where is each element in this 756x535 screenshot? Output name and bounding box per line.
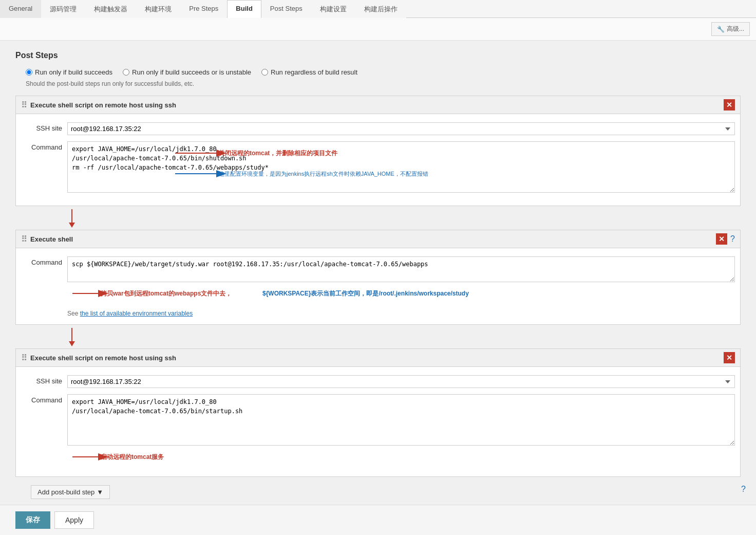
drag-handle-3[interactable]: ⠿: [21, 353, 27, 363]
remove-block-2-button[interactable]: ✕: [716, 233, 727, 245]
annotation-block-3: 启动远程的tomcat服务: [67, 447, 735, 468]
ssh-site-select-3[interactable]: root@192.168.17.35:22: [67, 375, 735, 388]
command-row-2: Command scp ${WORKSPACE}/web/target/stud…: [16, 253, 740, 308]
remove-block-3-button[interactable]: ✕: [724, 352, 735, 363]
cmd-control-1: export JAVA_HOME=/usr/local/jdk1.7.0_80 …: [67, 141, 735, 197]
poststeps-section: Post Steps Run only if build succeeds Ru…: [0, 41, 756, 520]
cmd-label-1: Command: [21, 141, 62, 151]
radio-input1[interactable]: [26, 69, 32, 76]
remove-block-1-button[interactable]: ✕: [724, 99, 735, 110]
radio-option3[interactable]: Run regardless of build result: [261, 68, 357, 76]
svg-marker-7: [69, 223, 75, 228]
execute-block-3: ⠿ Execute shell script on remote host us…: [15, 348, 741, 477]
svg-text:${WORKSPACE}表示当前工作空间，即是/root/.: ${WORKSPACE}表示当前工作空间，即是/root/.jenkins/wo…: [262, 290, 469, 297]
poststeps-title: Post Steps: [15, 51, 741, 60]
svg-text:启动远程的tomcat服务: 启动远程的tomcat服务: [100, 453, 164, 460]
arrow-between-1-2: [15, 209, 741, 230]
wrench-icon: 🔧: [717, 26, 725, 33]
tab-poststeps[interactable]: Post Steps: [261, 0, 311, 18]
svg-text:拷贝war包到远程tomcat的webapps文件中去，: 拷贝war包到远程tomcat的webapps文件中去，: [100, 290, 232, 297]
tab-settings[interactable]: 构建设置: [311, 0, 355, 18]
ssh-site-control-1: root@192.168.17.35:22: [67, 122, 735, 135]
help-icon-2[interactable]: ?: [730, 234, 735, 244]
toolbar-area: 🔧 高级...: [0, 18, 756, 41]
tab-presteps[interactable]: Pre Steps: [180, 0, 227, 18]
ssh-site-row-3: SSH site root@192.168.17.35:22: [16, 372, 740, 391]
cmd-label-3: Command: [21, 394, 62, 404]
see-env-vars: See the list of available environment va…: [16, 308, 740, 319]
add-step-label: Add post-build step: [37, 488, 94, 496]
execute-block-1: ⠿ Execute shell script on remote host us…: [15, 96, 741, 206]
radio-group: Run only if build succeeds Run only if b…: [15, 68, 741, 76]
execute-block-1-title: ⠿ Execute shell script on remote host us…: [21, 100, 176, 110]
tab-trigger[interactable]: 构建触发器: [85, 0, 136, 18]
tab-general[interactable]: General: [0, 0, 41, 18]
advanced-label: 高级...: [727, 25, 744, 33]
cmd-textarea-2[interactable]: scp ${WORKSPACE}/web/target/study.war ro…: [67, 256, 735, 282]
execute-block-3-title: ⠿ Execute shell script on remote host us…: [21, 353, 176, 363]
command-row-3: Command export JAVA_HOME=/usr/local/jdk1…: [16, 391, 740, 471]
radio-input2[interactable]: [123, 69, 129, 76]
radio-option1[interactable]: Run only if build succeeds: [26, 68, 112, 76]
execute-block-2-body: Command scp ${WORKSPACE}/web/target/stud…: [16, 248, 740, 324]
ssh-site-row-1: SSH site root@192.168.17.35:22: [16, 119, 740, 138]
radio-option2[interactable]: Run only if build succeeds or is unstabl…: [123, 68, 251, 76]
cmd-control-3: export JAVA_HOME=/usr/local/jdk1.7.0_80 …: [67, 394, 735, 468]
execute-block-1-header: ⠿ Execute shell script on remote host us…: [16, 96, 740, 114]
tab-source[interactable]: 源码管理: [41, 0, 85, 18]
env-vars-link[interactable]: the list of available environment variab…: [80, 310, 193, 317]
add-post-build-step-button[interactable]: Add post-build step ▼: [31, 485, 110, 499]
ssh-site-control-3: root@192.168.17.35:22: [67, 375, 735, 388]
execute-block-2-header: ⠿ Execute shell ✕ ?: [16, 230, 740, 248]
execute-block-2-title: ⠿ Execute shell: [21, 234, 73, 244]
execute-block-1-body: SSH site root@192.168.17.35:22 Command e…: [16, 114, 740, 206]
apply-button[interactable]: Apply: [54, 511, 94, 529]
annotations-1: 关闭远程的tomcat，并删除相应的项目文件 这里配置环境变量，是因为jenki…: [67, 194, 735, 197]
execute-block-3-body: SSH site root@192.168.17.35:22 Command e…: [16, 367, 740, 476]
down-arrow-svg-2: [67, 328, 77, 348]
annotation-block-2: 拷贝war包到远程tomcat的webapps文件中去， ${WORKSPACE…: [67, 284, 735, 305]
annotation-arrow-svg-2: 拷贝war包到远程tomcat的webapps文件中去， ${WORKSPACE…: [67, 286, 504, 301]
command-row-1: Command export JAVA_HOME=/usr/local/jdk1…: [16, 138, 740, 200]
tab-build[interactable]: Build: [227, 0, 261, 18]
bottom-bar: 保存 Apply: [0, 505, 756, 535]
drag-handle-2[interactable]: ⠿: [21, 234, 27, 244]
advanced-button[interactable]: 🔧 高级...: [711, 22, 750, 36]
tab-env[interactable]: 构建环境: [136, 0, 180, 18]
execute-block-2: ⠿ Execute shell ✕ ? Command scp ${WORKSP…: [15, 230, 741, 325]
save-button[interactable]: 保存: [15, 511, 50, 529]
radio-input3[interactable]: [261, 69, 268, 76]
ssh-site-label-1: SSH site: [21, 122, 62, 132]
cmd-label-2: Command: [21, 256, 62, 266]
ssh-site-select-1[interactable]: root@192.168.17.35:22: [67, 122, 735, 135]
tab-postbuild[interactable]: 构建后操作: [355, 0, 406, 18]
execute-block-3-header: ⠿ Execute shell script on remote host us…: [16, 349, 740, 367]
ssh-site-label-3: SSH site: [21, 375, 62, 385]
down-arrow-svg-1: [67, 209, 77, 230]
tab-bar: General 源码管理 构建触发器 构建环境 Pre Steps Build …: [0, 0, 756, 18]
dropdown-arrow-icon: ▼: [97, 488, 103, 496]
drag-handle-1[interactable]: ⠿: [21, 100, 27, 110]
svg-marker-13: [69, 341, 75, 346]
arrow-between-2-3: [15, 328, 741, 348]
cmd-textarea-1[interactable]: export JAVA_HOME=/usr/local/jdk1.7.0_80 …: [67, 141, 735, 193]
help-icon-settings[interactable]: ?: [741, 485, 746, 494]
annotation-arrow-svg-3: 启动远程的tomcat服务: [67, 449, 273, 465]
cmd-textarea-3[interactable]: export JAVA_HOME=/usr/local/jdk1.7.0_80 …: [67, 394, 735, 446]
cmd-control-2: scp ${WORKSPACE}/web/target/study.war ro…: [67, 256, 735, 305]
radio-help-text: Should the post-build steps run only for…: [15, 80, 741, 87]
